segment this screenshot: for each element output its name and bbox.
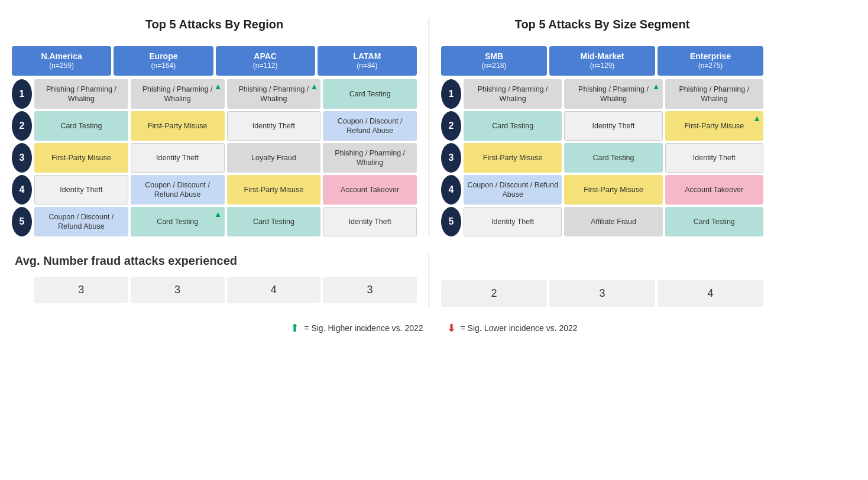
rank-badge: 2 bbox=[12, 111, 32, 141]
size-col-header: SMB(n=218) bbox=[441, 46, 547, 76]
legend-higher-label: = Sig. Higher incidence vs. 2022 bbox=[304, 323, 423, 333]
rank-row: 2Card TestingFirst-Party MisuseIdentity … bbox=[12, 111, 417, 141]
rank-row: 5Identity TheftAffiliate FraudCard Testi… bbox=[441, 207, 763, 236]
rank-badge: 5 bbox=[441, 207, 461, 236]
region-col-header: APAC(n=112) bbox=[216, 46, 315, 76]
table-cell: Account Takeover bbox=[665, 175, 763, 205]
legend-lower-label: = Sig. Lower incidence vs. 2022 bbox=[461, 323, 578, 333]
table-cell: Phishing / Pharming / Whaling▲ bbox=[131, 79, 225, 109]
avg-section: Avg. Number fraud attacks experienced 33… bbox=[12, 254, 856, 307]
table-cell: Identity Theft bbox=[564, 111, 662, 141]
legend-higher: ⬆ = Sig. Higher incidence vs. 2022 bbox=[290, 322, 423, 335]
rank-badge: 4 bbox=[12, 175, 32, 205]
rank-row: 2Card TestingIdentity TheftFirst-Party M… bbox=[441, 111, 763, 141]
rank-row: 3First-Party MisuseIdentity TheftLoyalty… bbox=[12, 143, 417, 173]
table-cell: Card Testing bbox=[665, 207, 763, 236]
cells-container: Phishing / Pharming / WhalingPhishing / … bbox=[34, 79, 417, 109]
rank-badge: 1 bbox=[441, 79, 461, 109]
top-sections: Top 5 Attacks By Region N.America(n=259)… bbox=[12, 18, 856, 236]
region-title: Top 5 Attacks By Region bbox=[12, 18, 417, 34]
avg-cell: 4 bbox=[658, 280, 763, 307]
table-cell: Coupon / Discount / Refund Abuse bbox=[34, 207, 128, 236]
arrow-up-indicator: ▲ bbox=[214, 81, 222, 92]
rank-badge: 2 bbox=[441, 111, 461, 141]
table-cell: Identity Theft bbox=[131, 143, 225, 173]
region-rows: 1Phishing / Pharming / WhalingPhishing /… bbox=[12, 79, 417, 236]
table-cell: Coupon / Discount / Refund Abuse bbox=[131, 175, 225, 205]
arrow-up-indicator: ▲ bbox=[310, 81, 318, 92]
size-col-header: Mid-Market(n=129) bbox=[549, 46, 655, 76]
avg-cell: 3 bbox=[323, 277, 417, 303]
table-cell: Account Takeover bbox=[323, 175, 417, 205]
rank-badge: 4 bbox=[441, 175, 461, 205]
rank-row: 4Identity TheftCoupon / Discount / Refun… bbox=[12, 175, 417, 205]
size-section: Top 5 Attacks By Size Segment SMB(n=218)… bbox=[432, 18, 763, 236]
region-section: Top 5 Attacks By Region N.America(n=259)… bbox=[12, 18, 426, 236]
size-rows: 1Phishing / Pharming / WhalingPhishing /… bbox=[441, 79, 763, 236]
region-col-header: Europe(n=164) bbox=[114, 46, 213, 76]
table-cell: Phishing / Pharming / Whaling bbox=[665, 79, 763, 109]
table-cell: Coupon / Discount / Refund Abuse bbox=[464, 175, 562, 205]
legend: ⬆ = Sig. Higher incidence vs. 2022 ⬇ = S… bbox=[12, 322, 856, 335]
table-cell: Phishing / Pharming / Whaling▲ bbox=[564, 79, 662, 109]
avg-cell: 3 bbox=[34, 277, 128, 303]
cells-container: Card TestingIdentity TheftFirst-Party Mi… bbox=[464, 111, 763, 141]
cells-container: First-Party MisuseIdentity TheftLoyalty … bbox=[34, 143, 417, 173]
cells-container: First-Party MisuseCard TestingIdentity T… bbox=[464, 143, 763, 173]
table-cell: Identity Theft bbox=[227, 111, 321, 141]
size-title: Top 5 Attacks By Size Segment bbox=[441, 18, 763, 34]
size-col-header: Enterprise(n=275) bbox=[658, 46, 763, 76]
cells-container: Phishing / Pharming / WhalingPhishing / … bbox=[464, 79, 763, 109]
table-cell: Phishing / Pharming / Whaling bbox=[34, 79, 128, 109]
rank-row: 1Phishing / Pharming / WhalingPhishing /… bbox=[12, 79, 417, 109]
region-grid: N.America(n=259)Europe(n=164)APAC(n=112)… bbox=[12, 46, 417, 236]
rank-row: 3First-Party MisuseCard TestingIdentity … bbox=[441, 143, 763, 173]
avg-cell: 4 bbox=[227, 277, 321, 303]
table-cell: Card Testing bbox=[564, 143, 662, 173]
table-cell: Phishing / Pharming / Whaling bbox=[464, 79, 562, 109]
rank-row: 4Coupon / Discount / Refund AbuseFirst-P… bbox=[441, 175, 763, 205]
size-grid: SMB(n=218)Mid-Market(n=129)Enterprise(n=… bbox=[441, 46, 763, 236]
rank-badge: 3 bbox=[441, 143, 461, 173]
table-cell: Identity Theft bbox=[665, 143, 763, 173]
rank-row: 1Phishing / Pharming / WhalingPhishing /… bbox=[441, 79, 763, 109]
table-cell: Card Testing bbox=[227, 207, 321, 236]
table-cell: First-Party Misuse bbox=[564, 175, 662, 205]
table-cell: First-Party Misuse bbox=[464, 143, 562, 173]
region-col-header: LATAM(n=84) bbox=[318, 46, 417, 76]
table-cell: Phishing / Pharming / Whaling▲ bbox=[227, 79, 321, 109]
rank-badge: 3 bbox=[12, 143, 32, 173]
rank-badge: 1 bbox=[12, 79, 32, 109]
table-cell: Identity Theft bbox=[34, 175, 128, 205]
cells-container: Coupon / Discount / Refund AbuseFirst-Pa… bbox=[464, 175, 763, 205]
cells-container: Card TestingFirst-Party MisuseIdentity T… bbox=[34, 111, 417, 141]
legend-lower: ⬇ = Sig. Lower incidence vs. 2022 bbox=[447, 322, 578, 335]
table-cell: Coupon / Discount / Refund Abuse bbox=[323, 111, 417, 141]
rank-row: 5Coupon / Discount / Refund AbuseCard Te… bbox=[12, 207, 417, 236]
cells-container: Identity TheftAffiliate FraudCard Testin… bbox=[464, 207, 763, 236]
table-cell: Phishing / Pharming / Whaling bbox=[323, 143, 417, 173]
cells-container: Identity TheftCoupon / Discount / Refund… bbox=[34, 175, 417, 205]
section-divider bbox=[429, 18, 429, 236]
table-cell: Card Testing bbox=[323, 79, 417, 109]
avg-cell: 3 bbox=[131, 277, 225, 303]
avg-title: Avg. Number fraud attacks experienced bbox=[12, 254, 417, 268]
table-cell: Affiliate Fraud bbox=[564, 207, 662, 236]
size-header-row: SMB(n=218)Mid-Market(n=129)Enterprise(n=… bbox=[441, 46, 763, 76]
table-cell: First-Party Misuse▲ bbox=[665, 111, 763, 141]
full-layout: Top 5 Attacks By Region N.America(n=259)… bbox=[12, 18, 856, 335]
avg-region-row: 3343 bbox=[12, 277, 417, 303]
avg-cell: 3 bbox=[549, 280, 655, 307]
region-col-header: N.America(n=259) bbox=[12, 46, 111, 76]
arrow-up-indicator: ▲ bbox=[753, 113, 761, 124]
table-cell: Card Testing bbox=[34, 111, 128, 141]
table-cell: Identity Theft bbox=[464, 207, 562, 236]
table-cell: Loyalty Fraud bbox=[227, 143, 321, 173]
arrow-up-indicator: ▲ bbox=[214, 209, 222, 219]
avg-size-row: 234 bbox=[441, 280, 763, 307]
table-cell: First-Party Misuse bbox=[34, 143, 128, 173]
cells-container: Coupon / Discount / Refund AbuseCard Tes… bbox=[34, 207, 417, 236]
region-header-row: N.America(n=259)Europe(n=164)APAC(n=112)… bbox=[12, 46, 417, 76]
arrow-down-icon: ⬇ bbox=[447, 322, 456, 335]
table-cell: Identity Theft bbox=[323, 207, 417, 236]
